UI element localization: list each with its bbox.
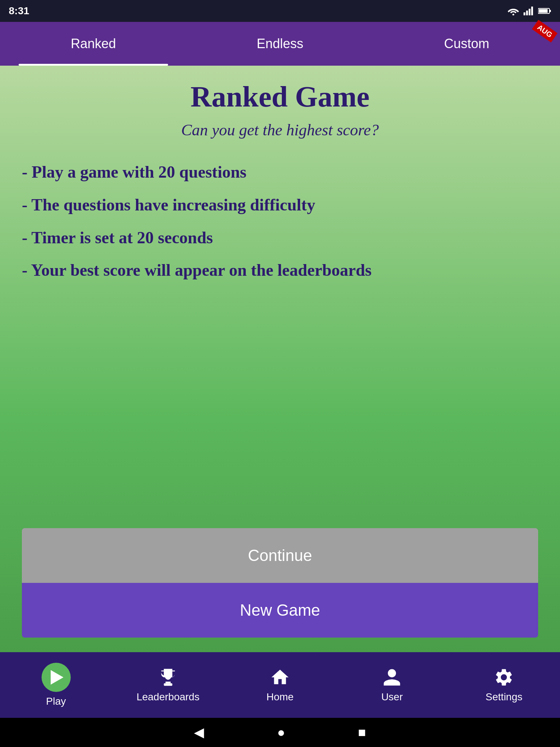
svg-rect-8	[164, 683, 172, 686]
status-time: 8:31	[9, 5, 29, 17]
trophy-icon	[158, 667, 178, 688]
svg-rect-4	[531, 7, 533, 15]
svg-rect-3	[529, 9, 530, 15]
svg-rect-1	[524, 12, 525, 15]
tab-endless[interactable]: Endless	[187, 22, 373, 66]
tab-ranked[interactable]: Ranked	[0, 22, 187, 66]
recents-button[interactable]: ■	[358, 725, 366, 740]
bullet-item-1: - Play a game with 20 questions	[22, 161, 538, 183]
nav-item-settings[interactable]: Settings	[448, 652, 560, 718]
bottom-nav: Play Leaderboards Home User Settings	[0, 652, 560, 718]
nav-label-leaderboards: Leaderboards	[136, 691, 199, 703]
nav-label-settings: Settings	[486, 691, 522, 703]
new-game-button[interactable]: New Game	[22, 583, 538, 638]
status-icons	[508, 7, 551, 15]
continue-button[interactable]: Continue	[22, 528, 538, 583]
home-icon	[270, 667, 290, 688]
signal-icon	[524, 7, 534, 15]
nav-label-user: User	[381, 691, 403, 703]
main-content: Ranked Game Can you get the highest scor…	[0, 66, 560, 652]
settings-icon	[494, 667, 514, 688]
svg-rect-7	[549, 10, 551, 12]
bullet-item-2: - The questions have increasing difficul…	[22, 194, 538, 216]
tab-bar: Ranked Endless Custom AUG	[0, 22, 560, 66]
button-area: Continue New Game	[22, 528, 538, 638]
nav-label-home: Home	[267, 691, 294, 703]
page-subtitle: Can you get the highest score?	[22, 121, 538, 139]
system-nav: ◀ ● ■	[0, 718, 560, 747]
user-icon	[382, 667, 402, 688]
wifi-icon	[508, 7, 519, 15]
home-button[interactable]: ●	[277, 725, 285, 740]
battery-icon	[538, 7, 551, 15]
page-title: Ranked Game	[22, 80, 538, 113]
nav-item-user[interactable]: User	[336, 652, 448, 718]
nav-item-play[interactable]: Play	[0, 652, 112, 718]
svg-rect-6	[539, 9, 548, 13]
bullet-item-3: - Timer is set at 20 seconds	[22, 227, 538, 249]
back-button[interactable]: ◀	[194, 725, 204, 740]
play-icon	[42, 663, 71, 692]
nav-item-leaderboards[interactable]: Leaderboards	[112, 652, 224, 718]
bullet-item-4: - Your best score will appear on the lea…	[22, 259, 538, 281]
svg-point-0	[513, 14, 514, 16]
nav-label-play: Play	[46, 696, 66, 707]
svg-rect-2	[526, 11, 528, 15]
status-bar: 8:31	[0, 0, 560, 22]
nav-item-home[interactable]: Home	[224, 652, 336, 718]
bullet-list: - Play a game with 20 questions - The qu…	[22, 161, 538, 528]
